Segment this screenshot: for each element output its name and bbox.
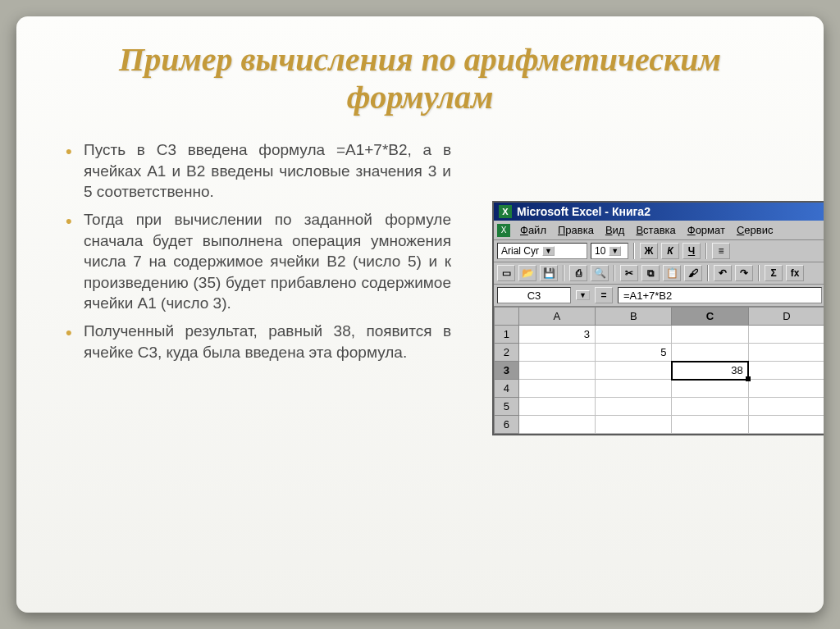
formula-bar: C3 ▼ = =A1+7*B2 xyxy=(494,285,824,307)
doc-icon: X xyxy=(497,224,510,237)
font-size-dropdown[interactable]: 10 ▼ xyxy=(591,243,628,259)
cell-c3[interactable]: 38 xyxy=(672,362,748,380)
copy-button[interactable]: ⧉ xyxy=(641,265,660,281)
cell[interactable] xyxy=(748,344,824,362)
row-header[interactable]: 2 xyxy=(495,344,519,362)
formula-text: =A1+7*B2 xyxy=(623,289,672,302)
menu-edit[interactable]: Правка xyxy=(553,222,599,238)
menubar: X Файл Правка Вид Вставка Формат Сервис xyxy=(494,221,824,240)
menu-view[interactable]: Вид xyxy=(600,222,630,238)
cell[interactable] xyxy=(672,380,748,398)
bullet-item: Полученный результат, равный 38, появитс… xyxy=(66,321,451,362)
new-button[interactable]: ▭ xyxy=(497,265,515,281)
grid-row: 1 3 xyxy=(495,326,824,344)
cut-button[interactable]: ✂ xyxy=(620,265,638,281)
fx-button[interactable]: fx xyxy=(786,265,804,281)
row-header[interactable]: 3 xyxy=(495,362,519,380)
separator xyxy=(758,265,760,281)
cell[interactable] xyxy=(518,380,595,398)
menu-tools[interactable]: Сервис xyxy=(732,222,778,238)
cell[interactable] xyxy=(748,326,824,344)
cell[interactable] xyxy=(518,362,595,380)
separator xyxy=(563,265,564,281)
app-title: Microsoft Excel - Книга2 xyxy=(517,205,651,218)
cell[interactable] xyxy=(672,416,748,434)
column-header-row: A B C D xyxy=(495,308,824,326)
active-cell-ref: C3 xyxy=(527,289,541,302)
menu-file[interactable]: Файл xyxy=(515,222,551,238)
grid-row: 3 38 xyxy=(495,362,824,380)
row-header[interactable]: 5 xyxy=(495,398,519,416)
cell-b2[interactable]: 5 xyxy=(596,344,672,362)
equals-button[interactable]: = xyxy=(595,287,613,303)
bullet-item: Тогда при вычислении по заданной формуле… xyxy=(66,209,451,314)
row-header[interactable]: 1 xyxy=(495,326,519,344)
open-button[interactable]: 📂 xyxy=(518,265,536,281)
redo-button[interactable]: ↷ xyxy=(735,265,753,281)
standard-toolbar: ▭ 📂 💾 ⎙ 🔍 ✂ ⧉ 📋 🖌 ↶ ↷ Σ fx xyxy=(494,262,824,285)
col-header[interactable]: B xyxy=(596,308,672,326)
undo-button[interactable]: ↶ xyxy=(714,265,732,281)
menu-format[interactable]: Формат xyxy=(682,222,730,238)
menu-insert[interactable]: Вставка xyxy=(631,222,680,238)
font-name-value: Arial Cyr xyxy=(501,245,539,257)
cell[interactable] xyxy=(672,326,748,344)
cell[interactable] xyxy=(672,344,748,362)
cell[interactable] xyxy=(748,362,824,380)
format-painter-button[interactable]: 🖌 xyxy=(684,265,702,281)
format-toolbar: Arial Cyr ▼ 10 ▼ Ж К Ч ≡ xyxy=(494,240,824,262)
separator xyxy=(614,265,615,281)
spreadsheet-grid[interactable]: A B C D 1 3 2 5 xyxy=(494,307,824,434)
bullet-list: Пусть в C3 введена формула =A1+7*B2, а в… xyxy=(66,139,451,369)
cell-a1[interactable]: 3 xyxy=(518,326,595,344)
name-box[interactable]: C3 xyxy=(497,287,571,303)
excel-window: X Microsoft Excel - Книга2 X Файл Правка… xyxy=(492,201,824,435)
col-header[interactable]: A xyxy=(518,308,595,326)
separator xyxy=(705,243,707,259)
sum-button[interactable]: Σ xyxy=(765,265,783,281)
grid-row: 5 xyxy=(495,398,824,416)
cell[interactable] xyxy=(748,380,824,398)
col-header[interactable]: C xyxy=(672,308,748,326)
col-header[interactable]: D xyxy=(748,308,824,326)
print-button[interactable]: ⎙ xyxy=(569,265,587,281)
preview-button[interactable]: 🔍 xyxy=(591,265,609,281)
titlebar: X Microsoft Excel - Книга2 xyxy=(494,203,824,221)
font-size-value: 10 xyxy=(595,245,605,257)
formula-input[interactable]: =A1+7*B2 xyxy=(618,287,822,303)
cell[interactable] xyxy=(596,326,672,344)
cell[interactable] xyxy=(748,416,824,434)
row-header[interactable]: 6 xyxy=(495,416,519,434)
slide: Пример вычисления по арифметическим форм… xyxy=(16,16,824,613)
save-button[interactable]: 💾 xyxy=(540,265,558,281)
italic-button[interactable]: К xyxy=(661,243,679,259)
row-header[interactable]: 4 xyxy=(495,380,519,398)
font-name-dropdown[interactable]: Arial Cyr ▼ xyxy=(497,243,587,259)
excel-icon: X xyxy=(499,205,512,218)
cell[interactable] xyxy=(596,380,672,398)
cell[interactable] xyxy=(748,398,824,416)
cell[interactable] xyxy=(518,344,595,362)
select-all-corner[interactable] xyxy=(495,308,519,326)
cell[interactable] xyxy=(672,398,748,416)
separator xyxy=(707,265,709,281)
cell[interactable] xyxy=(596,398,672,416)
cell[interactable] xyxy=(518,398,595,416)
paste-button[interactable]: 📋 xyxy=(663,265,681,281)
cell[interactable] xyxy=(596,362,672,380)
bullet-item: Пусть в C3 введена формула =A1+7*B2, а в… xyxy=(66,139,451,203)
bold-button[interactable]: Ж xyxy=(640,243,658,259)
grid-row: 2 5 xyxy=(495,344,824,362)
slide-title: Пример вычисления по арифметическим форм… xyxy=(66,41,774,116)
chevron-down-icon: ▼ xyxy=(542,246,555,256)
align-left-button[interactable]: ≡ xyxy=(712,243,730,259)
separator xyxy=(633,243,635,259)
chevron-down-icon: ▼ xyxy=(609,246,621,256)
underline-button[interactable]: Ч xyxy=(682,243,701,259)
cell[interactable] xyxy=(596,416,672,434)
cell[interactable] xyxy=(518,416,595,434)
grid-row: 4 xyxy=(495,380,824,398)
chevron-down-icon[interactable]: ▼ xyxy=(576,290,590,300)
grid-row: 6 xyxy=(495,416,824,434)
